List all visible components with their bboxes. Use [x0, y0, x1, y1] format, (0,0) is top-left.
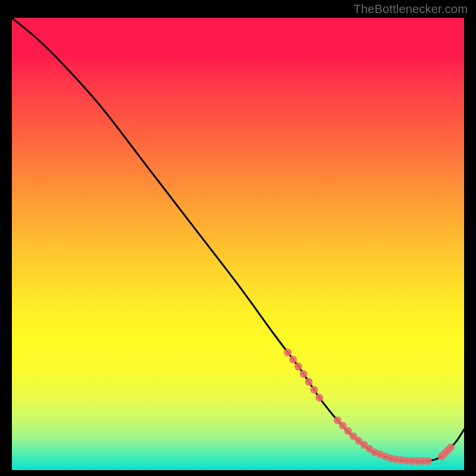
curve-marker-dot [447, 444, 455, 452]
chart-plot-area [12, 18, 464, 470]
curve-marker-group [284, 349, 455, 465]
curve-marker-dot [295, 363, 302, 371]
curve-marker-dot [289, 356, 297, 364]
bottleneck-curve-line [12, 18, 464, 462]
curve-marker-dot [424, 457, 432, 465]
curve-marker-dot [284, 349, 292, 356]
curve-marker-dot [305, 378, 313, 386]
curve-marker-dot [300, 370, 308, 378]
curve-marker-dot [310, 386, 318, 394]
attribution-text: TheBottlenecker.com [353, 2, 468, 16]
curve-marker-dot [315, 394, 323, 402]
chart-svg [12, 18, 464, 470]
